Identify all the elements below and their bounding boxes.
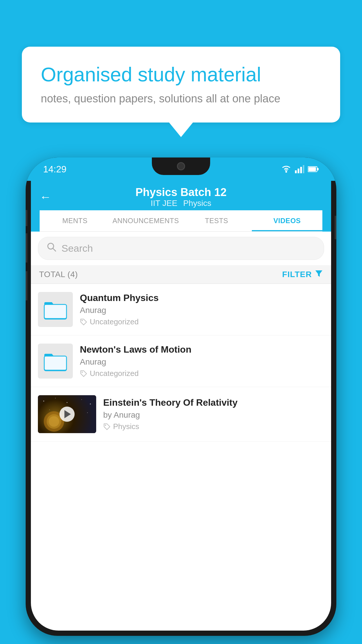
video-title-3: Einstein's Theory Of Relativity — [103, 397, 324, 408]
phone-power-button — [335, 216, 336, 239]
status-time: 14:29 — [43, 164, 66, 175]
svg-rect-15 — [44, 356, 66, 370]
app-header-title: Physics Batch 12 IIT JEE Physics — [136, 186, 227, 208]
filter-icon — [315, 269, 323, 279]
tab-bar: MENTS ANNOUNCEMENTS TESTS VIDEOS — [40, 210, 322, 232]
tab-videos[interactable]: VIDEOS — [252, 210, 322, 231]
tab-ments[interactable]: MENTS — [40, 210, 110, 231]
phone-screen: ← Physics Batch 12 IIT JEE Physics MENTS… — [31, 181, 331, 631]
video-tag-1: Uncategorized — [80, 317, 324, 326]
signal-icon — [295, 165, 304, 173]
phone-notch — [152, 158, 210, 175]
tag-icon-2 — [80, 370, 87, 377]
svg-point-21 — [90, 404, 91, 405]
filter-button[interactable]: FILTER — [282, 269, 323, 279]
tag-icon — [80, 318, 87, 326]
svg-point-17 — [43, 401, 44, 402]
tab-tests[interactable]: TESTS — [181, 210, 252, 231]
battery-icon — [308, 166, 319, 172]
subtitle-physics: Physics — [183, 199, 211, 208]
folder-icon-wrapper — [44, 299, 67, 320]
video-thumb-1 — [38, 292, 73, 327]
search-placeholder: Search — [61, 243, 93, 254]
svg-point-16 — [82, 372, 83, 373]
wifi-icon — [281, 165, 291, 173]
svg-point-22 — [49, 410, 50, 410]
total-count: TOTAL (4) — [39, 270, 78, 279]
svg-point-23 — [87, 412, 88, 413]
svg-point-26 — [49, 416, 59, 427]
video-thumbnail-3 — [38, 395, 96, 433]
speech-bubble-subtitle: notes, question papers, solutions all at… — [41, 92, 321, 105]
speech-bubble: Organised study material notes, question… — [22, 47, 340, 123]
phone-side-button-1 — [26, 210, 27, 226]
folder-icon-wrapper-2 — [44, 351, 67, 371]
filter-row: TOTAL (4) FILTER — [31, 265, 331, 284]
folder-icon — [44, 299, 67, 320]
video-tag-3: Physics — [103, 422, 324, 431]
phone-volume-up-button — [26, 233, 27, 262]
svg-point-13 — [82, 320, 83, 321]
search-bar[interactable]: Search — [38, 237, 324, 260]
svg-point-0 — [285, 171, 287, 173]
video-author-2: Anurag — [80, 357, 324, 367]
svg-rect-7 — [308, 167, 316, 171]
video-title-1: Quantum Physics — [80, 293, 324, 303]
video-item[interactable]: Einstein's Theory Of Relativity by Anura… — [31, 387, 331, 442]
video-author-3: by Anurag — [103, 410, 324, 420]
svg-rect-3 — [300, 167, 302, 173]
video-tag-2: Uncategorized — [80, 369, 324, 378]
svg-line-9 — [53, 248, 56, 251]
speech-bubble-title: Organised study material — [41, 63, 321, 87]
svg-point-27 — [105, 425, 106, 426]
play-button[interactable] — [59, 407, 75, 422]
video-item-info-2: Newton's Laws of Motion Anurag Uncategor… — [80, 344, 324, 378]
video-item-info-1: Quantum Physics Anurag Uncategorized — [80, 293, 324, 326]
search-container: Search — [31, 232, 331, 265]
svg-rect-2 — [298, 169, 299, 173]
svg-rect-4 — [303, 165, 304, 173]
folder-icon-2 — [44, 351, 67, 371]
video-item[interactable]: Newton's Laws of Motion Anurag Uncategor… — [31, 335, 331, 387]
svg-point-19 — [67, 402, 68, 403]
svg-marker-10 — [315, 270, 322, 277]
svg-rect-12 — [44, 304, 66, 318]
video-item-info-3: Einstein's Theory Of Relativity by Anura… — [103, 397, 324, 431]
app-header: ← Physics Batch 12 IIT JEE Physics MENTS… — [31, 181, 331, 232]
tag-icon-3 — [103, 423, 111, 430]
svg-point-18 — [55, 398, 56, 398]
batch-title: Physics Batch 12 — [136, 186, 227, 199]
phone-camera — [177, 162, 185, 170]
svg-point-20 — [81, 399, 82, 400]
svg-rect-1 — [295, 170, 297, 173]
video-title-2: Newton's Laws of Motion — [80, 344, 324, 355]
subtitle-iit: IIT JEE — [151, 199, 177, 208]
video-item[interactable]: Quantum Physics Anurag Uncategorized — [31, 284, 331, 335]
phone-volume-down-button — [26, 271, 27, 300]
video-thumb-2 — [38, 344, 73, 379]
status-icons — [281, 165, 319, 173]
tab-announcements[interactable]: ANNOUNCEMENTS — [110, 210, 181, 231]
app-header-top: ← Physics Batch 12 IIT JEE Physics — [40, 186, 322, 210]
svg-rect-6 — [317, 168, 319, 170]
filter-label: FILTER — [282, 270, 312, 279]
batch-subtitle: IIT JEE Physics — [136, 199, 227, 208]
video-list: Quantum Physics Anurag Uncategorized — [31, 284, 331, 442]
play-triangle — [64, 410, 71, 418]
phone-frame: 14:29 ← — [26, 158, 336, 636]
video-author-1: Anurag — [80, 306, 324, 315]
search-icon — [46, 242, 57, 255]
back-button[interactable]: ← — [40, 190, 51, 204]
